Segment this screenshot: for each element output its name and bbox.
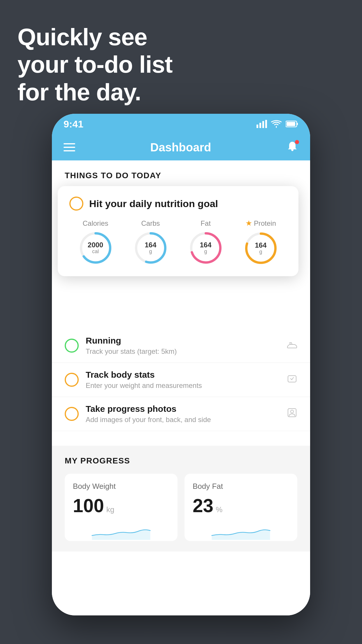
todo-item[interactable]: Running Track your stats (target: 5km) (52, 329, 310, 363)
progress-header: MY PROGRESS (65, 456, 297, 466)
donut-value: 164 (255, 242, 266, 249)
todo-title: Track body stats (86, 370, 280, 380)
status-icons (256, 120, 298, 128)
donut-center: 2000 cal (88, 241, 103, 254)
status-time: 9:41 (64, 118, 83, 130)
todo-title: Running (86, 336, 280, 346)
nutrition-label: Protein (254, 219, 276, 228)
nutrition-label: Calories (82, 219, 108, 228)
donut-chart: 164 g (243, 231, 278, 266)
donut-unit: g (145, 249, 156, 255)
donut-chart: 2000 cal (78, 230, 113, 265)
svg-rect-1 (259, 123, 261, 128)
todo-icon-right (287, 407, 297, 421)
donut-center: 164 g (145, 241, 156, 254)
todo-icon-right (287, 339, 297, 352)
wifi-icon (271, 120, 282, 128)
donut-value: 164 (145, 241, 156, 249)
nutrition-item: ★Protein 164 g (243, 219, 278, 266)
progress-value-row: 100 kg (73, 495, 169, 517)
todo-circle-yellow (65, 373, 79, 387)
donut-value: 164 (200, 241, 211, 249)
svg-rect-3 (265, 120, 267, 128)
nutrition-label: Carbs (141, 219, 160, 228)
nutrition-item: Fat 164 g (188, 219, 223, 265)
navbar: Dashboard (52, 134, 310, 160)
donut-value: 2000 (88, 241, 103, 249)
progress-card-title: Body Fat (193, 482, 289, 491)
todo-subtitle: Enter your weight and measurements (86, 382, 280, 390)
nutrition-card: Hit your daily nutrition goal Calories 2… (58, 186, 298, 276)
progress-card[interactable]: Body Weight 100 kg (65, 474, 178, 541)
nutrition-item: Carbs 164 g (133, 219, 168, 265)
todo-subtitle: Track your stats (target: 5km) (86, 347, 280, 356)
headline-line3: for the day. (17, 78, 173, 106)
headline: Quickly see your to-do list for the day. (17, 23, 173, 106)
headline-line1: Quickly see (17, 23, 173, 51)
donut-unit: g (255, 249, 266, 255)
todo-item[interactable]: Track body stats Enter your weight and m… (52, 363, 310, 397)
today-section-header: THINGS TO DO TODAY (52, 160, 310, 186)
todo-content: Running Track your stats (target: 5km) (86, 336, 280, 356)
nutrition-card-title: Hit your daily nutrition goal (89, 198, 218, 209)
todo-content: Take progress photos Add images of your … (86, 404, 280, 424)
notification-dot (295, 140, 299, 144)
nutrition-label: Fat (201, 219, 211, 228)
donut-center: 164 g (255, 242, 266, 255)
progress-section: MY PROGRESS Body Weight 100 kg Body Fat … (52, 446, 310, 552)
progress-unit: % (216, 505, 222, 514)
svg-rect-15 (288, 376, 296, 382)
donut-center: 164 g (200, 241, 211, 254)
todo-content: Track body stats Enter your weight and m… (86, 370, 280, 390)
todo-subtitle: Add images of your front, back, and side (86, 416, 280, 424)
todo-circle-yellow (65, 407, 79, 421)
progress-number: 100 (73, 495, 104, 517)
donut-chart: 164 g (188, 230, 223, 265)
headline-line2: your to-do list (17, 51, 173, 78)
progress-card[interactable]: Body Fat 23 % (184, 474, 297, 541)
nutrition-row: Calories 2000 cal Carbs 164 g Fat (69, 219, 287, 266)
donut-chart: 164 g (133, 230, 168, 265)
svg-rect-0 (256, 125, 258, 128)
signal-icon (256, 120, 267, 128)
svg-point-17 (291, 410, 294, 413)
battery-icon (286, 120, 298, 127)
status-bar: 9:41 (52, 114, 310, 134)
todo-icon-right (287, 373, 297, 386)
nutrition-circle-indicator (69, 197, 83, 211)
todo-circle-green (65, 339, 79, 353)
progress-number: 23 (193, 495, 213, 517)
notification-bell[interactable] (286, 141, 298, 154)
progress-unit: kg (106, 505, 114, 514)
hamburger-menu[interactable] (64, 143, 75, 151)
donut-unit: cal (88, 249, 103, 255)
todo-title: Take progress photos (86, 404, 280, 414)
donut-unit: g (200, 249, 211, 255)
todo-item[interactable]: Take progress photos Add images of your … (52, 397, 310, 431)
progress-value-row: 23 % (193, 495, 289, 517)
progress-cards: Body Weight 100 kg Body Fat 23 % (65, 474, 297, 541)
svg-rect-5 (297, 123, 298, 125)
progress-card-title: Body Weight (73, 482, 169, 491)
sparkline (193, 522, 289, 540)
nutrition-item: Calories 2000 cal (78, 219, 113, 265)
navbar-title: Dashboard (150, 141, 211, 154)
todo-list: Running Track your stats (target: 5km) T… (52, 329, 310, 431)
phone-frame: 9:41 (52, 114, 310, 615)
app-body: THINGS TO DO TODAY Hit your daily nutrit… (52, 160, 310, 615)
svg-rect-2 (262, 121, 264, 128)
sparkline (73, 522, 169, 540)
svg-rect-6 (287, 122, 295, 126)
